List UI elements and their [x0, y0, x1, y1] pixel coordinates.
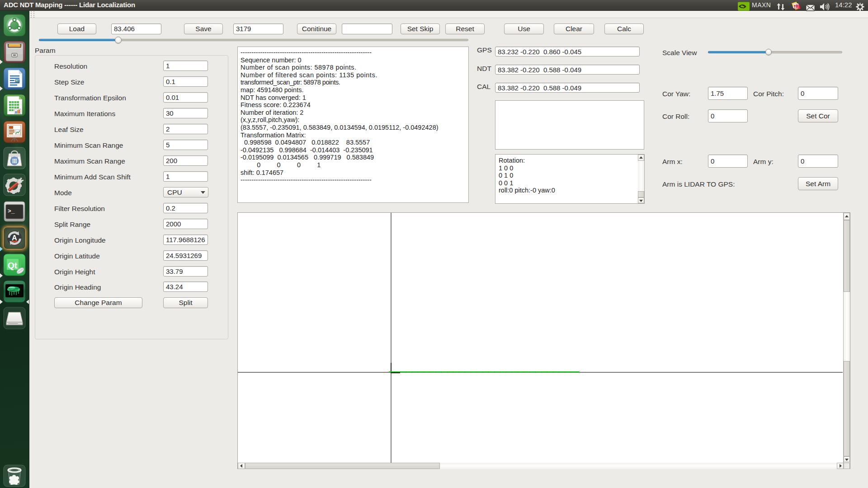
svg-text:>_: >_ [8, 208, 15, 215]
svg-text:A: A [12, 234, 17, 242]
svg-text:Qt: Qt [8, 261, 18, 270]
